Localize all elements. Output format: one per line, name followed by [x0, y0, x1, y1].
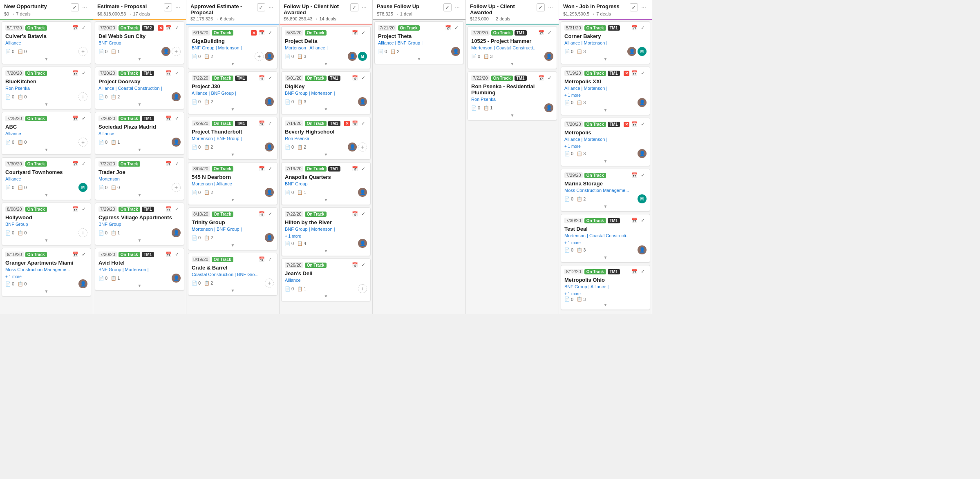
check-icon[interactable]: ✓: [639, 268, 647, 275]
column-more-button[interactable]: ···: [81, 3, 89, 11]
card-expand-button[interactable]: ▼: [285, 151, 367, 158]
card-expand-button[interactable]: ▼: [98, 101, 181, 107]
calendar-icon[interactable]: 📅: [258, 120, 265, 127]
card-expand-button[interactable]: ▼: [192, 106, 274, 112]
calendar-icon[interactable]: 📅: [631, 172, 638, 179]
card-company[interactable]: Mortenson | BNF Group |: [192, 136, 274, 141]
check-icon[interactable]: ✓: [266, 120, 274, 127]
calendar-icon[interactable]: 📅: [72, 205, 79, 213]
close-icon[interactable]: ✕: [251, 30, 257, 36]
card-expand-button[interactable]: ▼: [564, 158, 647, 164]
card[interactable]: 7/21/20On Track📅✓Project ThetaAlliance |…: [374, 21, 464, 64]
check-icon[interactable]: ✓: [360, 120, 367, 127]
card-expand-button[interactable]: ▼: [378, 56, 460, 62]
card-name[interactable]: Trader Joe: [98, 169, 181, 175]
card-company[interactable]: BNF Group | Mortenson |: [285, 91, 367, 96]
card-expand-button[interactable]: ▼: [285, 248, 367, 254]
card[interactable]: 7/30/20On TrackTM1📅✓Avid HotelBNF Group …: [95, 248, 184, 291]
check-icon[interactable]: ✓: [173, 115, 181, 122]
calendar-icon[interactable]: 📅: [258, 256, 265, 263]
calendar-icon[interactable]: 📅: [537, 29, 545, 36]
calendar-icon[interactable]: 📅: [165, 115, 172, 122]
card-name[interactable]: Trinity Group: [192, 219, 274, 225]
calendar-icon[interactable]: 📅: [165, 24, 172, 31]
check-icon[interactable]: ✓: [360, 261, 367, 269]
card-name[interactable]: Metropolis XXI: [564, 78, 647, 85]
card-company[interactable]: Alliance: [98, 131, 181, 136]
column-more-button[interactable]: ···: [360, 3, 368, 11]
card[interactable]: 7/20/20On TrackTM1✕📅✓MetropolisAlliance …: [561, 118, 650, 166]
card-name[interactable]: Culver's Batavia: [5, 33, 87, 39]
card-company[interactable]: BNF Group | Mortenson |: [192, 45, 274, 50]
calendar-icon[interactable]: 📅: [258, 210, 265, 218]
card-expand-button[interactable]: ▼: [192, 242, 274, 248]
calendar-icon[interactable]: 📅: [631, 69, 638, 77]
check-icon[interactable]: ✓: [266, 165, 274, 172]
calendar-icon[interactable]: 📅: [351, 261, 358, 269]
card-name[interactable]: Anapolis Quarters: [285, 174, 367, 180]
card[interactable]: 8/08/20On Track📅✓HollywoodBNF Group📄 0📋 …: [2, 203, 91, 245]
close-icon[interactable]: ✕: [624, 71, 629, 76]
card-name[interactable]: Test Deal: [564, 226, 647, 232]
check-icon[interactable]: ✓: [639, 217, 647, 224]
card-expand-button[interactable]: ▼: [471, 61, 553, 67]
check-icon[interactable]: ✓: [173, 24, 181, 31]
calendar-icon[interactable]: 📅: [258, 74, 265, 82]
companies-more-link[interactable]: + 1 more: [564, 144, 581, 149]
check-icon[interactable]: ✓: [360, 74, 367, 82]
card-expand-button[interactable]: ▼: [98, 56, 181, 62]
check-icon[interactable]: ✓: [360, 165, 367, 172]
card-name[interactable]: 10525 - Project Hammer: [471, 38, 553, 44]
card[interactable]: 7/22/20On TrackTM1📅✓Ron Psenka - Residen…: [468, 71, 557, 120]
column-more-button[interactable]: ···: [546, 3, 555, 11]
companies-more-link[interactable]: + 1 more: [564, 292, 581, 296]
card-company[interactable]: Mortenson | Coastal Constructi...: [564, 233, 647, 238]
card-name[interactable]: Hilton by the River: [285, 219, 367, 225]
card-expand-button[interactable]: ▼: [564, 203, 647, 209]
close-icon[interactable]: ✕: [158, 25, 163, 31]
column-more-button[interactable]: ···: [174, 3, 182, 11]
card-name[interactable]: Project Theta: [378, 33, 460, 39]
card-company[interactable]: Mortenson | Coastal Constructi...: [471, 45, 553, 50]
card-expand-button[interactable]: ▼: [564, 254, 647, 261]
card-name[interactable]: Courtyard Townhomes: [5, 169, 87, 175]
card[interactable]: 5/17/20On Track📅✓Culver's BataviaAllianc…: [2, 21, 91, 64]
card-name[interactable]: Metropolis: [564, 129, 647, 136]
card[interactable]: 7/20/20On TrackTM1📅✓10525 - Project Hamm…: [468, 26, 557, 69]
column-check-button[interactable]: ✓: [257, 3, 265, 11]
card-name[interactable]: Jean's Deli: [285, 270, 367, 276]
calendar-icon[interactable]: 📅: [631, 24, 638, 31]
column-check-button[interactable]: ✓: [350, 3, 358, 11]
calendar-icon[interactable]: 📅: [258, 29, 265, 36]
card-company[interactable]: Mortenson: [98, 176, 181, 181]
card-company[interactable]: BNF Group: [5, 222, 87, 227]
card[interactable]: 8/12/20On TrackTM1📅✓Metropolis OhioBNF G…: [561, 265, 650, 310]
calendar-icon[interactable]: 📅: [444, 24, 452, 31]
card[interactable]: 9/10/20On Track📅✓Granger Apartments Miam…: [2, 248, 91, 296]
check-icon[interactable]: ✓: [80, 24, 87, 31]
card[interactable]: 8/04/20On Track📅✓545 N DearbornMortenson…: [188, 162, 277, 205]
card-expand-button[interactable]: ▼: [5, 288, 87, 294]
companies-more-link[interactable]: + 1 more: [5, 274, 22, 279]
card[interactable]: 7/19/20On TrackTM1📅✓Anapolis QuartersBNF…: [281, 162, 371, 205]
card-company[interactable]: Alliance | Coastal Construction |: [98, 86, 181, 91]
card-name[interactable]: DigiKey: [285, 83, 367, 89]
card-company[interactable]: Coastal Construction | BNF Gro...: [192, 272, 274, 277]
card[interactable]: 8/10/20On Track📅✓Trinity GroupMortenson …: [188, 207, 277, 250]
card-company[interactable]: BNF Group: [98, 40, 181, 45]
card[interactable]: 8/19/20On Track📅✓Crate & BarrelCoastal C…: [188, 253, 277, 296]
column-check-button[interactable]: ✓: [537, 3, 545, 11]
card[interactable]: 7/29/20On TrackTM1📅✓Project ThunderboltM…: [188, 117, 277, 160]
card-expand-button[interactable]: ▼: [285, 197, 367, 203]
card-expand-button[interactable]: ▼: [192, 197, 274, 203]
check-icon[interactable]: ✓: [80, 115, 87, 122]
card-expand-button[interactable]: ▼: [564, 56, 647, 62]
card[interactable]: 7/20/20On TrackTM1📅✓Project DoorwayAllia…: [95, 67, 184, 109]
check-icon[interactable]: ✓: [266, 210, 274, 218]
card-company[interactable]: Ron Psenka: [285, 136, 367, 141]
card[interactable]: 7/20/20On TrackTM2✕📅✓Del Webb Sun CityBN…: [95, 21, 184, 64]
card[interactable]: 7/20/20On TrackTM1📅✓Sociedad Plaza Madri…: [95, 112, 184, 155]
card-expand-button[interactable]: ▼: [5, 147, 87, 153]
check-icon[interactable]: ✓: [173, 205, 181, 213]
column-check-button[interactable]: ✓: [443, 3, 452, 11]
